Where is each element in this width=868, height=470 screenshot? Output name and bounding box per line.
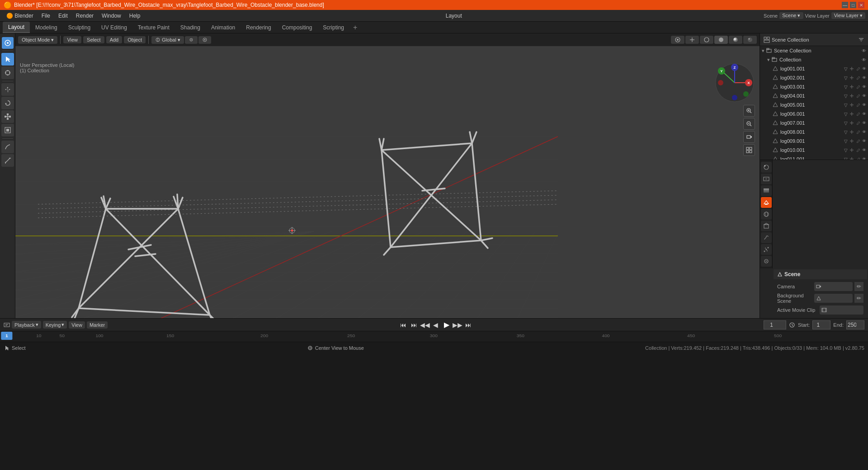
marker-menu-btn[interactable]: Marker: [87, 321, 108, 329]
maximize-button[interactable]: □: [850, 2, 856, 8]
keying-menu-btn[interactable]: Keying ▾: [43, 321, 67, 329]
tab-animation[interactable]: Animation: [206, 22, 241, 33]
proportional-edit-btn[interactable]: [198, 36, 211, 44]
outliner-filter-icon[interactable]: [858, 37, 864, 43]
outliner-collection[interactable]: ▾ Collection 👁: [760, 55, 868, 64]
jump-end-btn[interactable]: ⏭: [463, 320, 473, 330]
viewport[interactable]: Object Mode ▾ View Select Add Object Glo…: [15, 33, 760, 318]
view-menu-btn[interactable]: View: [63, 36, 81, 43]
frame-start-input[interactable]: [812, 320, 830, 329]
camera-selector[interactable]: [814, 282, 853, 291]
scale-tool-btn[interactable]: [1, 110, 14, 123]
toggle-quad-view-btn[interactable]: [743, 144, 755, 156]
zoom-in-btn[interactable]: [743, 105, 755, 117]
prop-tab-output[interactable]: [761, 174, 772, 184]
title-bar-controls[interactable]: — □ ✕: [842, 2, 864, 8]
solid-mode-btn[interactable]: [714, 36, 728, 44]
menu-blender[interactable]: 🟠 Blender: [3, 12, 37, 20]
outliner-item-log008.001[interactable]: log008.001 ▽ 👁: [760, 127, 868, 136]
movie-clip-selector[interactable]: [820, 306, 864, 315]
prop-tab-world[interactable]: [761, 209, 772, 220]
outliner-scene-collection[interactable]: ▾ Scene Collection 👁: [760, 46, 868, 55]
scene-collection-visibility[interactable]: 👁: [862, 48, 866, 53]
prop-tab-scene[interactable]: [761, 197, 772, 208]
transform-tool-btn[interactable]: [1, 124, 14, 136]
transform-orientation-btn[interactable]: Global ▾: [151, 36, 184, 44]
tab-rendering[interactable]: Rendering: [241, 22, 276, 33]
outliner-item-log011.001[interactable]: log011.001 ▽ 👁: [760, 155, 868, 160]
prop-tab-particles[interactable]: [761, 244, 772, 255]
object-menu-btn[interactable]: Object: [124, 36, 146, 43]
tab-texture-paint[interactable]: Texture Paint: [132, 22, 175, 33]
add-workspace-button[interactable]: +: [349, 22, 361, 33]
playback-menu-btn[interactable]: Playback ▾: [12, 321, 41, 329]
item-visibility-log002.001[interactable]: 👁: [862, 75, 866, 80]
add-menu-btn[interactable]: Add: [106, 36, 123, 43]
select-tool-btn[interactable]: [1, 53, 14, 66]
play-btn[interactable]: ▶: [442, 320, 452, 330]
measure-tool-btn[interactable]: [1, 154, 14, 167]
menu-edit[interactable]: Edit: [55, 12, 71, 20]
item-visibility-log008.001[interactable]: 👁: [862, 130, 866, 134]
select-menu-btn[interactable]: Select: [83, 36, 104, 43]
minimize-button[interactable]: —: [842, 2, 848, 8]
step-forward-btn[interactable]: ▶▶: [453, 320, 462, 330]
tab-shading[interactable]: Shading: [175, 22, 206, 33]
prop-tab-render[interactable]: [761, 162, 772, 173]
outliner-item-log006.001[interactable]: log006.001 ▽ 👁: [760, 109, 868, 118]
tab-modeling[interactable]: Modeling: [30, 22, 63, 33]
background-scene-selector[interactable]: [814, 294, 853, 303]
rendered-mode-btn[interactable]: [743, 36, 757, 44]
scene-selector[interactable]: Scene ▾: [779, 12, 803, 19]
tab-compositing[interactable]: Compositing: [277, 22, 318, 33]
gizmos-btn[interactable]: [685, 36, 699, 44]
frame-end-input[interactable]: [846, 320, 864, 329]
outliner-item-log001.001[interactable]: log001.001 ▽ 👁: [760, 64, 868, 73]
menu-render[interactable]: Render: [72, 12, 97, 20]
item-visibility-log010.001[interactable]: 👁: [862, 148, 866, 152]
navigation-gizmo[interactable]: X Y Z: [714, 62, 755, 103]
tab-uv-editing[interactable]: UV Editing: [96, 22, 132, 33]
object-mode-selector[interactable]: Object Mode ▾: [18, 36, 57, 44]
view-timeline-menu-btn[interactable]: View: [69, 321, 85, 329]
item-visibility-log011.001[interactable]: 👁: [862, 157, 866, 160]
timeline-track[interactable]: 1 10 50 100 150 200 250: [0, 331, 868, 342]
background-scene-edit-btn[interactable]: ✏: [854, 294, 863, 303]
item-visibility-log004.001[interactable]: 👁: [862, 94, 866, 98]
current-frame-input[interactable]: [764, 320, 786, 329]
outliner-content[interactable]: ▾ Scene Collection 👁 ▾ Collection 👁 log0…: [760, 46, 868, 160]
overlays-btn[interactable]: [671, 36, 684, 44]
step-back-btn[interactable]: ◀◀: [420, 320, 430, 330]
material-preview-btn[interactable]: [729, 36, 742, 44]
view-layer-selector[interactable]: View Layer ▾: [831, 12, 865, 19]
outliner-item-log007.001[interactable]: log007.001 ▽ 👁: [760, 118, 868, 127]
menu-file[interactable]: File: [38, 12, 54, 20]
prop-tab-physics[interactable]: [761, 256, 772, 267]
jump-start-btn[interactable]: ⏮: [398, 320, 408, 330]
menu-window[interactable]: Window: [98, 12, 125, 20]
item-visibility-log006.001[interactable]: 👁: [862, 112, 866, 116]
menu-help[interactable]: Help: [126, 12, 144, 20]
outliner-item-log005.001[interactable]: log005.001 ▽ 👁: [760, 100, 868, 109]
tab-sculpting[interactable]: Sculpting: [63, 22, 96, 33]
step-back-frame-btn[interactable]: ◀: [431, 320, 441, 330]
prop-tab-modifier[interactable]: [761, 232, 772, 243]
scene-section-header[interactable]: Scene: [774, 269, 867, 279]
prop-tab-view-layer[interactable]: [761, 185, 772, 196]
camera-edit-btn[interactable]: ✏: [854, 282, 863, 291]
item-visibility-log007.001[interactable]: 👁: [862, 121, 866, 125]
viewport-canvas[interactable]: User Perspective (Local) (1) Collection …: [15, 46, 760, 318]
tab-scripting[interactable]: Scripting: [317, 22, 349, 33]
prop-tab-object[interactable]: [761, 221, 772, 231]
rotate-tool-btn[interactable]: [1, 97, 14, 109]
outliner-item-log003.001[interactable]: log003.001 ▽ 👁: [760, 82, 868, 91]
view-gizmo-btn[interactable]: [2, 37, 14, 49]
outliner-item-log010.001[interactable]: log010.001 ▽ 👁: [760, 146, 868, 155]
move-tool-btn[interactable]: [1, 83, 14, 96]
jump-prev-keyframe-btn[interactable]: ⏭: [409, 320, 419, 330]
collection-visibility[interactable]: 👁: [862, 57, 866, 62]
item-visibility-log009.001[interactable]: 👁: [862, 139, 866, 143]
item-visibility-log005.001[interactable]: 👁: [862, 103, 866, 107]
cursor-tool-btn[interactable]: [1, 66, 14, 79]
annotate-tool-btn[interactable]: [1, 141, 14, 153]
